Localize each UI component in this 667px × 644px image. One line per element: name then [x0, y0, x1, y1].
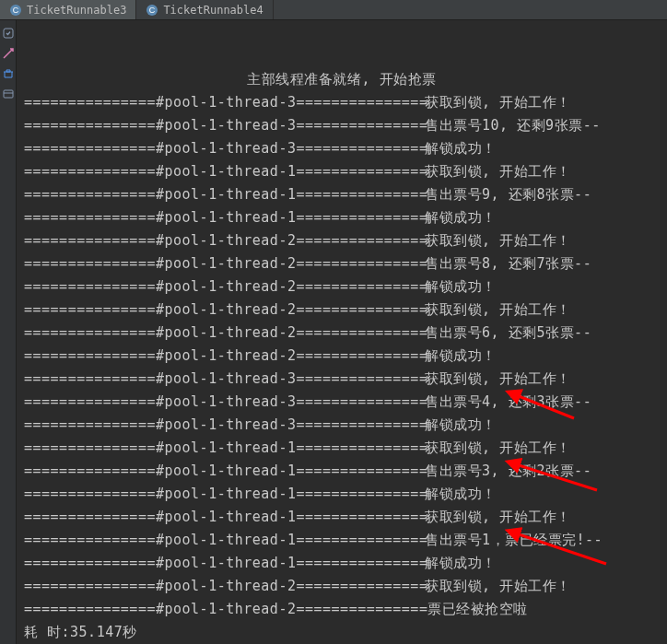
- console-message: 售出票号6, 还剩5张票--: [425, 322, 591, 345]
- console-text: 主部线程准备就绪, 开始抢票: [247, 68, 436, 91]
- console-message: 获取到锁, 开始工作！: [425, 299, 571, 322]
- console-message: 获取到锁, 开始工作！: [425, 160, 571, 183]
- tab-label: TicketRunnable4: [163, 4, 263, 17]
- console-line: ===============#pool-1-thread-3=========…: [24, 391, 660, 414]
- class-icon: C: [9, 4, 22, 17]
- console-prefix: ===============#pool-1-thread-1=========…: [24, 437, 425, 460]
- console-prefix: ===============#pool-1-thread-2=========…: [24, 299, 425, 322]
- elapsed-time: 耗 时:35.147秒: [24, 621, 137, 644]
- console-prefix: ===============#pool-1-thread-3=========…: [24, 91, 425, 114]
- console-line: ===============#pool-1-thread-1=========…: [24, 160, 660, 183]
- console-line: ===============#pool-1-thread-2=========…: [24, 345, 660, 368]
- tool-button-1[interactable]: [1, 26, 16, 41]
- console-prefix: ===============#pool-1-thread-2=========…: [24, 345, 425, 368]
- svg-text:C: C: [149, 6, 156, 15]
- console-message: 售出票号4, 还剩3张票--: [425, 391, 591, 414]
- console-message: 解锁成功！: [425, 552, 497, 575]
- console-prefix: ===============#pool-1-thread-2=========…: [24, 322, 425, 345]
- tab-label: TicketRunnable3: [27, 4, 126, 17]
- console-line: ===============#pool-1-thread-2=========…: [24, 299, 660, 322]
- console-prefix: ===============#pool-1-thread-2=========…: [24, 275, 425, 299]
- editor-tabs: C TicketRunnable3 C TicketRunnable4: [0, 0, 667, 20]
- class-icon: C: [146, 4, 158, 17]
- console-prefix: ===============#pool-1-thread-1=========…: [24, 183, 425, 206]
- console-message: 解锁成功！: [425, 275, 497, 299]
- console-prefix: ===============#pool-1-thread-1=========…: [24, 206, 425, 229]
- console-prefix: ===============#pool-1-thread-3=========…: [24, 368, 425, 391]
- tool-button-2[interactable]: [1, 46, 16, 61]
- console-prefix: ===============#pool-1-thread-2=========…: [24, 252, 425, 275]
- tool-button-3[interactable]: [1, 66, 16, 81]
- console-line: ===============#pool-1-thread-1=========…: [24, 552, 660, 575]
- svg-text:C: C: [13, 6, 19, 15]
- console-message: 解锁成功！: [425, 483, 497, 506]
- console-message: 售出票号9, 还剩8张票--: [425, 183, 591, 206]
- console-message: 解锁成功！: [425, 345, 497, 368]
- console-line: ===============#pool-1-thread-1=========…: [24, 506, 660, 529]
- console-prefix: ===============#pool-1-thread-3=========…: [24, 114, 425, 137]
- console-footer-line: 耗 时:35.147秒: [24, 621, 660, 644]
- console-message: 售出票号10, 还剩9张票--: [425, 114, 601, 137]
- console-prefix: ===============#pool-1-thread-2=========…: [24, 575, 425, 598]
- console-line: ===============#pool-1-thread-3=========…: [24, 114, 660, 137]
- tool-button-4[interactable]: [1, 87, 16, 101]
- console-line: ===============#pool-1-thread-2=========…: [24, 252, 660, 275]
- console-message: 解锁成功！: [425, 137, 497, 160]
- console-line: ===============#pool-1-thread-1=========…: [24, 183, 660, 206]
- console-message: 售出票号3, 还剩2张票--: [425, 460, 591, 483]
- console-prefix: ===============#pool-1-thread-1=========…: [24, 529, 425, 552]
- console-message: 获取到锁, 开始工作！: [425, 229, 571, 252]
- svg-rect-5: [4, 90, 13, 98]
- console-line: ===============#pool-1-thread-2=========…: [24, 598, 660, 621]
- console-prefix: ===============#pool-1-thread-2=========…: [24, 229, 425, 252]
- console-line: ===============#pool-1-thread-3=========…: [24, 414, 660, 437]
- console-prefix: ===============#pool-1-thread-1=========…: [24, 460, 425, 483]
- main-area: 主部线程准备就绪, 开始抢票===============#pool-1-thr…: [0, 20, 667, 644]
- console-prefix: ===============#pool-1-thread-3=========…: [24, 414, 425, 437]
- console-prefix: ===============#pool-1-thread-1=========…: [24, 160, 425, 183]
- tab-ticketrunnable3[interactable]: C TicketRunnable3: [0, 0, 136, 19]
- tool-gutter: [0, 20, 17, 644]
- console-output[interactable]: 主部线程准备就绪, 开始抢票===============#pool-1-thr…: [17, 20, 667, 644]
- console-line: ===============#pool-1-thread-3=========…: [24, 91, 660, 114]
- console-line: ===============#pool-1-thread-2=========…: [24, 322, 660, 345]
- console-header-line: 主部线程准备就绪, 开始抢票: [24, 68, 660, 91]
- console-message: 售出票号8, 还剩7张票--: [425, 252, 591, 275]
- console-prefix: ===============#pool-1-thread-3=========…: [24, 137, 425, 160]
- console-prefix: ===============#pool-1-thread-1=========…: [24, 506, 425, 529]
- console-line: ===============#pool-1-thread-1=========…: [24, 483, 660, 506]
- console-line: ===============#pool-1-thread-1=========…: [24, 437, 660, 460]
- console-message: 获取到锁, 开始工作！: [425, 91, 571, 114]
- console-message: 获取到锁, 开始工作！: [425, 506, 571, 529]
- console-message: 售出票号1，票已经票完!--: [425, 529, 603, 552]
- console-prefix: ===============#pool-1-thread-1=========…: [24, 552, 425, 575]
- console-message: 获取到锁, 开始工作！: [425, 575, 571, 598]
- console-line: ===============#pool-1-thread-2=========…: [24, 575, 660, 598]
- console-prefix: ===============#pool-1-thread-3=========…: [24, 391, 425, 414]
- console-line: ===============#pool-1-thread-3=========…: [24, 368, 660, 391]
- console-line: ===============#pool-1-thread-2=========…: [24, 229, 660, 252]
- console-line: ===============#pool-1-thread-1=========…: [24, 206, 660, 229]
- console-prefix: ===============#pool-1-thread-2=========…: [24, 598, 425, 621]
- console-line: ===============#pool-1-thread-3=========…: [24, 137, 660, 160]
- console-message: 获取到锁, 开始工作！: [425, 368, 571, 391]
- console-prefix: ===============#pool-1-thread-1=========…: [24, 483, 425, 506]
- console-message: 解锁成功！: [425, 206, 497, 229]
- console-line: ===============#pool-1-thread-1=========…: [24, 460, 660, 483]
- console-message: 解锁成功！: [425, 414, 497, 437]
- console-line: ===============#pool-1-thread-2=========…: [24, 275, 660, 299]
- console-message: 获取到锁, 开始工作！: [425, 437, 571, 460]
- console-line: ===============#pool-1-thread-1=========…: [24, 529, 660, 552]
- tab-ticketrunnable4[interactable]: C TicketRunnable4: [136, 0, 273, 19]
